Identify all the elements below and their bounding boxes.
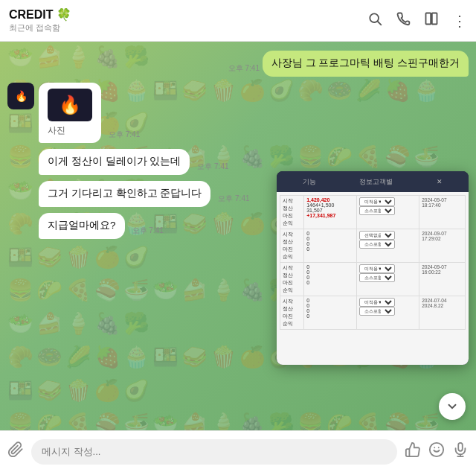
message-time: 오후 7:41 [197, 162, 228, 172]
svg-rect-7 [458, 442, 463, 450]
ss-select[interactable]: 소스포함없▼ [359, 206, 395, 215]
table-row: 시작정산마진순익 0 0 0 0 선택없음▼ 소스포함없▼ 2024-09-07… [280, 229, 466, 263]
ss-value: 0 [306, 280, 309, 285]
header-actions: ⋮ [367, 11, 467, 30]
ss-value: 1464+1,500 [306, 202, 334, 208]
message-text: 사장님 그 프로그마틱 배팅 스핀구매한거 [271, 57, 460, 68]
message-time: 오후 7:41 [228, 63, 260, 74]
ss-tab-label: 기능 [303, 177, 316, 187]
table-row: 시작정산마진순익 1,420,420 1464+1,500 31,507 +17… [280, 196, 466, 229]
chat-subtitle: 최근에 접속함 [9, 22, 367, 34]
ss-cell: 시작정산마진순익 [280, 296, 304, 330]
ss-cell: 시작정산마진순익 [280, 196, 304, 229]
split-view-icon[interactable] [424, 11, 439, 30]
ss-select[interactable]: 소스포함없▼ [359, 273, 395, 282]
message-row: 오후 7:41 사장님 그 프로그마틱 배팅 스핀구매한거 [7, 51, 469, 77]
ss-select[interactable]: 소스포함없▼ [359, 240, 395, 249]
screenshot-body: 시작정산마진순익 1,420,420 1464+1,500 31,507 +17… [277, 192, 469, 365]
message-input[interactable] [31, 439, 397, 465]
photo-thumbnail: 🔥 [48, 89, 92, 121]
ss-date: 2024-09-0718:17:40 [422, 197, 446, 208]
table-row: 시작정산마진순익 0 0 0 0 미적용▼ 소스포함없▼ 2024-09-071… [280, 263, 466, 296]
search-icon[interactable] [367, 11, 382, 30]
emoji-icon[interactable] [428, 441, 445, 462]
ss-value: 1,420,420 [306, 197, 329, 202]
ss-value: +17,341,987 [306, 213, 335, 218]
chat-header: CREDIT 🍀 최근에 접속함 ⋮ [0, 0, 476, 42]
received-bubble: 지급얼마에요? [39, 213, 125, 239]
ss-value: 0 [306, 275, 309, 280]
ss-cell: 미적용▼ 소스포함없▼ [356, 196, 419, 229]
ss-value: 0 [306, 270, 309, 275]
mic-icon[interactable] [452, 441, 469, 462]
ss-select[interactable]: 미적용▼ [359, 264, 395, 273]
ss-value: 0 [306, 308, 309, 313]
attach-icon[interactable] [7, 441, 24, 462]
ss-select[interactable]: 미적용▼ [359, 298, 395, 307]
phone-icon[interactable] [396, 11, 411, 30]
ss-value: 0 [306, 231, 309, 236]
sent-bubble: 사장님 그 프로그마틱 배팅 스핀구매한거 [263, 51, 469, 77]
ss-value: 0 [306, 246, 309, 252]
ss-select[interactable]: 미적용▼ [359, 197, 395, 206]
ss-cell: 미적용▼ 소스포함없▼ [356, 263, 419, 296]
ss-cell: 선택없음▼ 소스포함없▼ [356, 229, 419, 263]
message-time: 오후 7:41 [109, 130, 140, 140]
bottom-bar [0, 430, 476, 472]
ss-cell: 2024-09-0718:17:40 [419, 196, 466, 229]
svg-line-1 [378, 22, 382, 25]
ss-value: 31,507 [306, 208, 322, 213]
message-text: 그거 기다리고 확인하고 준답니다 [48, 188, 202, 199]
more-icon[interactable]: ⋮ [452, 12, 467, 30]
ss-cell: 2024-09-0717:29:02 [419, 229, 466, 263]
message-time: 오후 7:41 [218, 194, 249, 204]
ss-date: 2024-07-042024.8.22 [422, 298, 446, 308]
screenshot-overlay: 기능 정보고객별 ✕ 시작정산마진순익 1,420,420 1464+1,500… [277, 171, 469, 365]
ss-select[interactable]: 선택없음▼ [359, 231, 395, 240]
ss-value: 0 [306, 241, 309, 246]
ss-close: ✕ [437, 178, 443, 185]
ss-date: 2024-09-0716:00:22 [422, 264, 446, 275]
svg-rect-3 [432, 13, 437, 25]
ss-value: 0 [306, 303, 309, 308]
title-text: CREDIT [9, 8, 54, 22]
received-bubble: 그거 기다리고 확인하고 준답니다 [39, 181, 210, 207]
screenshot-header: 기능 정보고객별 ✕ [277, 171, 469, 192]
ss-cell: 시작정산마진순익 [280, 263, 304, 296]
avatar: 🔥 [7, 83, 34, 109]
ss-value: 0 [306, 264, 309, 270]
table-row: 시작정산마진순익 0 0 0 0 미적용▼ 소스포함없▼ 2024-07-042… [280, 296, 466, 330]
ss-cell: 미적용▼ 소스포함없▼ [356, 296, 419, 330]
ss-value: 0 [306, 236, 309, 241]
svg-rect-2 [426, 13, 431, 25]
chat-title: CREDIT 🍀 [9, 7, 367, 22]
photo-bubble: 🔥 사진 [39, 83, 101, 143]
ss-cell: 1,420,420 1464+1,500 31,507 +17,341,987 [304, 196, 357, 229]
received-bubble: 이게 정산이 딜레이가 있는데 [39, 149, 190, 175]
ss-cell: 0 0 0 0 [304, 296, 357, 330]
title-emoji: 🍀 [57, 7, 71, 22]
ss-cell: 시작정산마진순익 [280, 229, 304, 263]
ss-date: 2024-09-0717:29:02 [422, 231, 446, 241]
ss-cell: 0 0 0 0 [304, 229, 357, 263]
thumbsup-icon[interactable] [405, 441, 421, 462]
ss-value: 0 [306, 298, 309, 303]
ss-cell: 0 0 0 0 [304, 263, 357, 296]
ss-value: 0 [306, 313, 309, 319]
svg-point-4 [430, 442, 443, 456]
message-row: 🔥 🔥 사진 오후 7:41 [7, 83, 469, 143]
message-time: 오후 7:41 [132, 226, 164, 236]
header-info: CREDIT 🍀 최근에 접속함 [9, 7, 367, 34]
ss-table: 시작정산마진순익 1,420,420 1464+1,500 31,507 +17… [280, 195, 466, 330]
message-text: 지급얼마에요? [48, 220, 116, 231]
photo-label: 사진 [48, 124, 92, 137]
ss-select[interactable]: 소스포함없▼ [359, 307, 395, 316]
message-text: 이게 정산이 딜레이가 있는데 [48, 156, 181, 167]
ss-cell: 2024-09-0716:00:22 [419, 263, 466, 296]
ss-cell: 2024-07-042024.8.22 [419, 296, 466, 330]
scroll-down-button[interactable] [439, 393, 466, 420]
ss-tab-label2: 정보고객별 [359, 177, 393, 187]
